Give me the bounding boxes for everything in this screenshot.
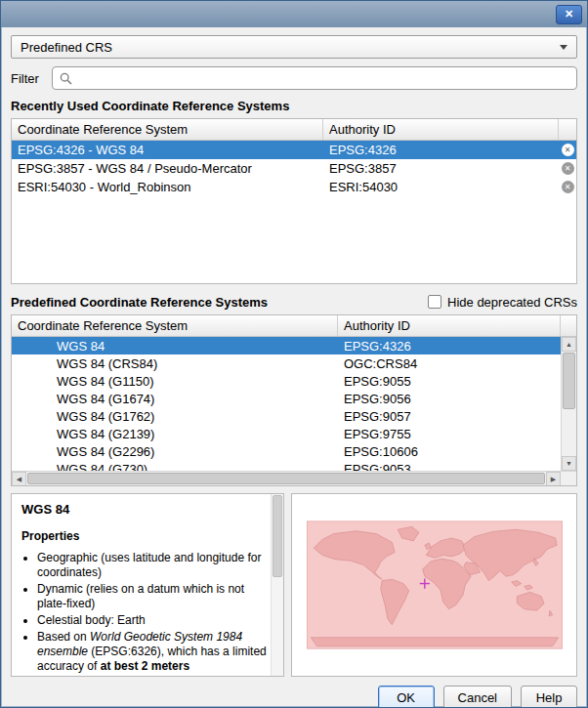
column-header-crs[interactable]: Coordinate Reference System xyxy=(12,315,338,336)
predefined-table-body: WGS 84EPSG:4326WGS 84 (CRS84)OGC:CRS84WG… xyxy=(12,337,561,471)
filter-label: Filter xyxy=(11,71,52,86)
properties-heading: Properties xyxy=(21,529,267,543)
property-bullet: Celestial body: Earth xyxy=(37,613,267,628)
scroll-down-icon[interactable]: ▼ xyxy=(562,456,576,471)
ok-button[interactable]: OK xyxy=(378,686,435,707)
crs-extent-map-panel xyxy=(291,493,577,677)
crs-row[interactable]: WGS 84 (G2139)EPSG:9755 xyxy=(12,425,561,442)
crs-row[interactable]: WGS 84EPSG:4326 xyxy=(12,337,561,354)
column-header-authority[interactable]: Authority ID xyxy=(323,119,559,140)
crs-row[interactable]: WGS 84 (G1150)EPSG:9055 xyxy=(12,372,561,390)
details-scrollbar[interactable] xyxy=(271,494,283,676)
scroll-left-icon[interactable]: ◀ xyxy=(12,472,26,486)
search-icon xyxy=(60,72,72,85)
crs-row[interactable]: WGS 84 (G1762)EPSG:9057 xyxy=(12,407,561,425)
crs-row[interactable]: WGS 84 (G1674)EPSG:9056 xyxy=(12,390,561,407)
recent-crs-heading: Recently Used Coordinate Reference Syste… xyxy=(11,99,577,114)
vertical-scrollbar[interactable]: ▲ ▼ xyxy=(561,337,576,471)
scrollbar-track[interactable] xyxy=(562,410,576,456)
scroll-up-icon[interactable]: ▲ xyxy=(562,337,576,352)
column-header-crs[interactable]: Coordinate Reference System xyxy=(12,119,323,140)
predefined-table-header: Coordinate Reference System Authority ID xyxy=(12,315,576,337)
recent-table-body: EPSG:4326 - WGS 84EPSG:4326✕EPSG:3857 - … xyxy=(12,141,576,283)
scroll-right-icon[interactable]: ▶ xyxy=(546,472,561,486)
recent-crs-row[interactable]: EPSG:4326 - WGS 84EPSG:4326✕ xyxy=(12,141,576,159)
cancel-button[interactable]: Cancel xyxy=(443,686,512,707)
scrollbar-corner xyxy=(561,471,576,485)
hide-deprecated-checkbox[interactable] xyxy=(428,295,441,309)
predefined-crs-table: Coordinate Reference System Authority ID… xyxy=(11,314,577,486)
column-header-remove xyxy=(559,119,576,140)
world-map-preview xyxy=(307,517,563,653)
predefined-section-row: Predefined Coordinate Reference Systems … xyxy=(11,293,577,311)
recent-crs-row[interactable]: ESRI:54030 - World_RobinsonESRI:54030✕ xyxy=(12,178,576,196)
header-corner xyxy=(561,315,576,336)
property-bullet: Based on World Geodetic System 1984 ense… xyxy=(37,630,267,674)
crs-details-title: WGS 84 xyxy=(21,502,267,517)
property-bullet: Geographic (uses latitude and longitude … xyxy=(37,551,267,580)
horizontal-scrollbar[interactable]: ◀ ▶ xyxy=(12,471,561,485)
crs-row[interactable]: WGS 84 (G2296)EPSG:10606 xyxy=(12,442,561,460)
predefined-crs-heading: Predefined Coordinate Reference Systems xyxy=(11,295,268,310)
bottom-panels: WGS 84 Properties Geographic (uses latit… xyxy=(11,493,577,677)
title-bar[interactable]: ✕ xyxy=(1,1,587,27)
remove-from-recent-icon[interactable]: ✕ xyxy=(562,162,574,175)
property-bullet: Dynamic (relies on a datum which is not … xyxy=(37,582,267,611)
filter-row: Filter xyxy=(11,66,577,90)
dialog-buttons: OK Cancel Help xyxy=(11,686,577,707)
crs-type-value: Predefined CRS xyxy=(21,40,112,55)
help-button[interactable]: Help xyxy=(521,686,577,707)
dialog-content: Predefined CRS Filter Recently Used Coor… xyxy=(1,27,587,707)
recent-table-header: Coordinate Reference System Authority ID xyxy=(12,119,576,141)
chevron-down-icon xyxy=(560,45,567,50)
recent-crs-table: Coordinate Reference System Authority ID… xyxy=(11,118,577,284)
details-bullets: Geographic (uses latitude and longitude … xyxy=(21,551,267,674)
filter-search-box[interactable] xyxy=(52,66,577,90)
hide-deprecated-label: Hide deprecated CRSs xyxy=(447,295,577,310)
crs-selector-dialog: ✕ Predefined CRS Filter Recently Used Co… xyxy=(0,0,588,708)
close-button[interactable]: ✕ xyxy=(556,5,582,24)
crs-details-panel: WGS 84 Properties Geographic (uses latit… xyxy=(11,493,284,677)
remove-from-recent-icon[interactable]: ✕ xyxy=(562,144,574,156)
recent-crs-row[interactable]: EPSG:3857 - WGS 84 / Pseudo-MercatorEPSG… xyxy=(12,159,576,178)
crs-type-select[interactable]: Predefined CRS xyxy=(11,35,577,59)
remove-from-recent-icon[interactable]: ✕ xyxy=(562,181,574,193)
scrollbar-thumb[interactable] xyxy=(273,495,282,577)
filter-input[interactable] xyxy=(78,71,569,86)
scrollbar-thumb[interactable] xyxy=(563,353,575,409)
scrollbar-thumb[interactable] xyxy=(27,473,545,484)
crs-row[interactable]: WGS 84 (CRS84)OGC:CRS84 xyxy=(12,354,561,372)
crs-row[interactable]: WGS 84 (G730)EPSG:9053 xyxy=(12,460,561,471)
column-header-authority[interactable]: Authority ID xyxy=(338,315,561,336)
hide-deprecated-control[interactable]: Hide deprecated CRSs xyxy=(428,295,577,310)
close-icon: ✕ xyxy=(565,8,573,21)
